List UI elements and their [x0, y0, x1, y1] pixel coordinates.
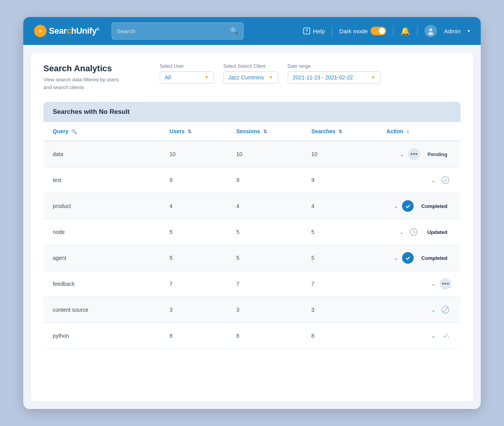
svg-point-4 — [429, 28, 432, 31]
users-sort-icon[interactable]: ⇅ — [188, 129, 192, 134]
cell-searches: 10 — [302, 141, 377, 167]
query-search-icon[interactable]: 🔍 — [71, 129, 77, 134]
cell-searches: 3 — [302, 297, 377, 323]
cell-users: 5 — [160, 219, 227, 245]
filter-user-label: Select User — [160, 64, 214, 69]
filter-user-caret: ▼ — [204, 75, 209, 80]
cell-query: agent — [43, 245, 160, 271]
status-badge-2: Completed — [418, 202, 451, 210]
cell-query: content source — [43, 297, 160, 323]
cell-action[interactable]: ⌄•••Pending — [377, 141, 461, 167]
table-row: test999⌄ — [43, 167, 461, 193]
row-chevron-6[interactable]: ⌄ — [431, 307, 436, 313]
row-chevron-7[interactable]: ⌄ — [431, 333, 436, 339]
toggle-switch[interactable] — [371, 27, 386, 35]
cell-action[interactable]: ⌄••• — [377, 271, 461, 297]
page-header: Search Analytics View search data filter… — [43, 64, 461, 91]
icon-check-filled-4[interactable] — [402, 252, 414, 264]
page-title-section: Search Analytics View search data filter… — [43, 64, 144, 91]
table-row: content source333⌄ — [43, 297, 461, 323]
col-header-searches: Searches ⇅ — [302, 122, 377, 141]
icon-clock-3[interactable] — [408, 226, 419, 238]
cell-users: 3 — [160, 297, 227, 323]
cell-users: 5 — [160, 245, 227, 271]
icon-check-partial-7[interactable] — [440, 330, 451, 342]
dark-mode-label: Dark mode — [339, 28, 368, 34]
row-chevron-0[interactable]: ⌄ — [400, 151, 404, 157]
row-chevron-1[interactable]: ⌄ — [431, 177, 436, 183]
col-header-query: Query 🔍 — [43, 122, 160, 141]
col-header-action: Action ≡ — [377, 122, 461, 141]
row-chevron-2[interactable]: ⌄ — [394, 203, 398, 209]
action-filter-icon[interactable]: ≡ — [406, 129, 409, 134]
cell-action[interactable]: ⌄Completed — [377, 193, 461, 219]
status-badge-0: Pending — [424, 150, 451, 158]
svg-point-5 — [428, 32, 433, 35]
app-container: ≡ SearchUnify® 🔍 ? Help Dark mode — [23, 17, 481, 409]
cell-query: data — [43, 141, 160, 167]
cell-users: 9 — [160, 167, 227, 193]
cell-sessions: 4 — [227, 193, 302, 219]
cell-sessions: 5 — [227, 245, 302, 271]
filter-user-group: Select User All ▼ — [160, 64, 214, 84]
filter-user-select[interactable]: All ▼ — [160, 71, 214, 84]
data-table: Query 🔍 Users ⇅ Sessions ⇅ Searches — [43, 122, 461, 349]
divider-3 — [417, 26, 418, 36]
cell-action[interactable]: ⌄ — [377, 297, 461, 323]
row-chevron-4[interactable]: ⌄ — [394, 255, 398, 261]
filter-client-label: Select Search Client — [223, 64, 278, 69]
cell-action[interactable]: ⌄Updated — [377, 219, 461, 245]
cell-query: test — [43, 167, 160, 193]
cell-query: product — [43, 193, 160, 219]
sessions-sort-icon[interactable]: ⇅ — [263, 129, 267, 134]
col-header-sessions: Sessions ⇅ — [227, 122, 302, 141]
cell-sessions: 7 — [227, 271, 302, 297]
table-row: product444⌄Completed — [43, 193, 461, 219]
help-icon: ? — [303, 27, 311, 35]
row-chevron-3[interactable]: ⌄ — [399, 229, 404, 235]
filter-client-value: Jazz Cummins — [228, 74, 264, 81]
cell-query: python — [43, 323, 160, 349]
filter-client-select[interactable]: Jazz Cummins ▼ — [223, 71, 278, 84]
icon-dots-5[interactable]: ••• — [440, 278, 451, 290]
search-bar[interactable]: 🔍 — [112, 22, 243, 40]
svg-text:≡: ≡ — [39, 28, 42, 34]
cell-searches: 9 — [302, 167, 377, 193]
svg-point-6 — [442, 177, 449, 184]
table-row: agent555⌄Completed — [43, 245, 461, 271]
cell-users: 8 — [160, 323, 227, 349]
cell-action[interactable]: ⌄Completed — [377, 245, 461, 271]
table-section: Searches with No Result Query 🔍 Users ⇅ — [43, 102, 461, 349]
filters: Select User All ▼ Select Search Client J… — [160, 64, 381, 84]
divider-1 — [332, 26, 332, 36]
divider-2 — [393, 26, 394, 36]
icon-dots-0[interactable]: ••• — [408, 148, 420, 160]
cell-searches: 4 — [302, 193, 377, 219]
svg-text:?: ? — [306, 29, 308, 33]
bell-icon[interactable]: 🔔 — [400, 26, 410, 36]
cell-action[interactable]: ⌄ — [377, 323, 461, 349]
cell-sessions: 5 — [227, 219, 302, 245]
filter-client-caret: ▼ — [269, 75, 273, 80]
page-subtitle: View search data filtered by usersand se… — [43, 76, 144, 91]
col-header-users: Users ⇅ — [160, 122, 227, 141]
table-row: feedback777⌄••• — [43, 271, 461, 297]
icon-check-outline-1[interactable] — [440, 174, 451, 186]
cell-users: 7 — [160, 271, 227, 297]
dark-mode-toggle[interactable]: Dark mode — [339, 27, 386, 35]
help-button[interactable]: ? Help — [303, 27, 325, 35]
table-row: data101010⌄•••Pending — [43, 141, 461, 167]
icon-check-filled-2[interactable] — [402, 200, 414, 212]
user-menu-chevron[interactable]: ▾ — [468, 28, 470, 34]
filter-date-select[interactable]: 2021-11-23 - 2021-02-22 ▼ — [288, 71, 381, 84]
filter-date-value: 2021-11-23 - 2021-02-22 — [293, 74, 353, 81]
searches-sort-icon[interactable]: ⇅ — [338, 129, 342, 134]
icon-ban-6[interactable] — [440, 304, 451, 316]
search-icon: 🔍 — [230, 27, 238, 35]
search-input[interactable] — [117, 28, 227, 34]
row-chevron-5[interactable]: ⌄ — [431, 281, 436, 287]
cell-sessions: 8 — [227, 323, 302, 349]
logo-text: SearchUnify® — [49, 26, 99, 36]
cell-action[interactable]: ⌄ — [377, 167, 461, 193]
cell-query: feedback — [43, 271, 160, 297]
